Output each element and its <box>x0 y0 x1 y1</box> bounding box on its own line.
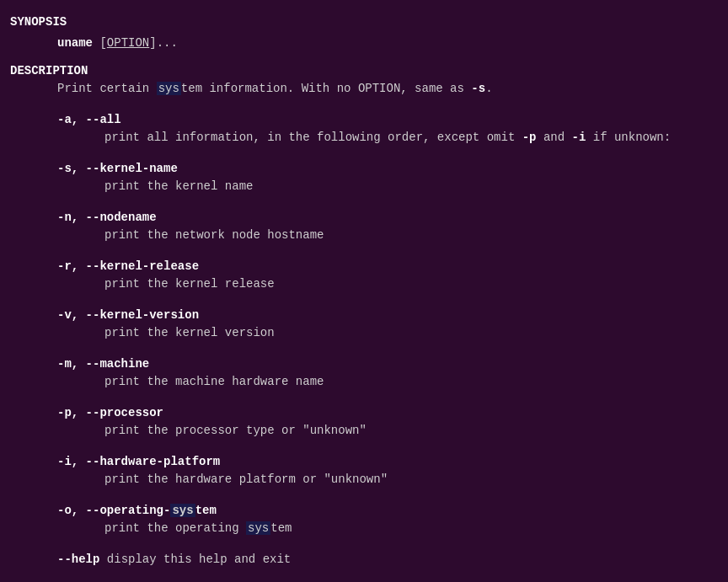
synopsis-command-line: uname [OPTION]... <box>57 35 718 52</box>
option-machine-flags: -m, --machine <box>57 355 718 373</box>
desc-kernel-release: print the kernel release <box>104 277 275 291</box>
desc-text-3: . <box>485 82 492 95</box>
description-section: DESCRIPTION <box>10 62 718 80</box>
option-all-flags: -a, --all <box>57 111 718 129</box>
option-help-flags: --help display this help and exit <box>57 551 718 569</box>
option-kernel-version-flags: -v, --kernel-version <box>57 307 718 324</box>
flag-v-kernel-version: -v, --kernel-version <box>57 308 199 322</box>
desc-all-and: and <box>537 131 572 144</box>
description-header: DESCRIPTION <box>10 64 88 77</box>
desc-sys-highlight: sys <box>157 82 181 95</box>
option-processor-flags: -p, --processor <box>57 404 718 422</box>
desc-help-inline: display this help and exit <box>99 553 291 566</box>
terminal-output: SYNOPSIS uname [OPTION]... DESCRIPTION P… <box>10 13 718 582</box>
desc-all-flag-i: -i <box>572 131 586 144</box>
synopsis-header: SYNOPSIS <box>10 15 67 29</box>
flag-a-all: -a, --all <box>57 113 121 126</box>
desc-os-text1: print the operating <box>104 521 246 535</box>
desc-processor: print the processor type or "unknown" <box>104 424 367 437</box>
option-processor-desc: print the processor type or "unknown" <box>104 422 718 440</box>
option-operating-system-flags: -o, --operating-system <box>57 502 718 520</box>
synopsis-ellipsis: ]... <box>149 36 178 50</box>
desc-hardware-platform: print the hardware platform or "unknown" <box>104 473 388 486</box>
desc-os-text2: tem <box>270 521 292 535</box>
option-hardware-platform-flags: -i, --hardware-platform <box>57 453 718 471</box>
desc-text-2: tem information. With no OPTION, same as <box>181 82 471 95</box>
option-machine-desc: print the machine hardware name <box>104 373 718 391</box>
desc-nodename: print the network node hostname <box>104 228 324 242</box>
option-kernel-name-flags: -s, --kernel-name <box>57 160 718 178</box>
desc-kernel-version: print the kernel version <box>104 326 275 339</box>
synopsis-space: [ <box>99 36 106 50</box>
flag-os-tem: tem <box>195 504 217 517</box>
synopsis-option: OPTION <box>107 36 149 50</box>
option-kernel-name-desc: print the kernel name <box>104 178 718 195</box>
option-nodename-flags: -n, --nodename <box>57 209 718 227</box>
flag-s-kernel-name: -s, --kernel-name <box>57 162 178 175</box>
option-all-desc: print all information, in the following … <box>104 129 718 147</box>
option-kernel-release-desc: print the kernel release <box>104 275 718 293</box>
desc-machine: print the machine hardware name <box>104 375 324 388</box>
desc-all-flag-p: -p <box>522 131 537 144</box>
flag-r-kernel-release: -r, --kernel-release <box>57 259 199 273</box>
desc-all-end: if unknown: <box>586 131 671 144</box>
desc-os-sys-highlight: sys <box>246 521 270 535</box>
desc-all-text: print all information, in the following … <box>104 131 522 144</box>
desc-kernel-name: print the kernel name <box>104 179 253 193</box>
option-nodename-desc: print the network node hostname <box>104 227 718 244</box>
option-operating-system-desc: print the operating system <box>104 520 718 537</box>
flag-m-machine: -m, --machine <box>57 357 149 371</box>
flag-help: --help <box>57 553 99 566</box>
flag-o-operating-system: -o, --operating- <box>57 504 170 517</box>
desc-text-1: Print certain <box>57 82 157 95</box>
synopsis-command: uname <box>57 36 93 50</box>
flag-n-nodename: -n, --nodename <box>57 211 157 224</box>
description-line: Print certain system information. With n… <box>57 80 718 98</box>
option-kernel-release-flags: -r, --kernel-release <box>57 258 718 275</box>
option-kernel-version-desc: print the kernel version <box>104 324 718 342</box>
flag-os-sys-highlight: sys <box>170 504 195 517</box>
desc-flag-s: -s <box>471 82 485 95</box>
synopsis-section: SYNOPSIS <box>10 13 718 31</box>
option-hardware-platform-desc: print the hardware platform or "unknown" <box>104 471 718 489</box>
flag-i-hardware-platform: -i, --hardware-platform <box>57 455 220 468</box>
flag-p-processor: -p, --processor <box>57 406 163 419</box>
